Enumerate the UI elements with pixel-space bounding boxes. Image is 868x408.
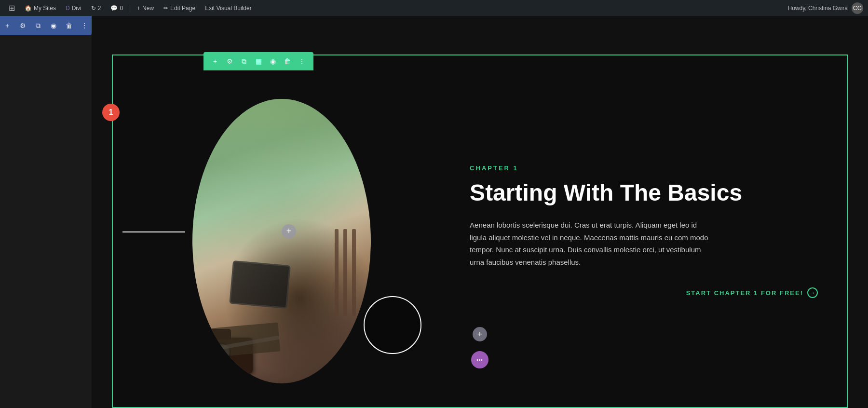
bottom-more-button[interactable]: ••• [471, 351, 488, 368]
section-toolbar: + ⚙ ⧉ ▦ ◉ 🗑 ⋮ [203, 52, 313, 70]
edit-page-menu[interactable]: ✏ Edit Page [160, 0, 199, 16]
oval-image [192, 99, 371, 383]
greenery-bg [192, 99, 371, 186]
more-icon: ⋮ [81, 22, 88, 29]
module-toolbar: + ⚙ ⧉ ◉ 🗑 ⋮ [0, 16, 92, 35]
bottom-add-button[interactable]: + [473, 327, 487, 341]
separator [130, 4, 130, 12]
power-icon: ◉ [51, 22, 56, 29]
cta-arrow-icon: → [807, 287, 818, 298]
chair-shape [335, 229, 364, 316]
plus-icon: + [137, 5, 140, 12]
my-sites-menu[interactable]: 🏠 My Sites [21, 0, 60, 16]
cta-link[interactable]: START CHAPTER 1 FOR FREE! → [470, 287, 818, 298]
chapter-title: Starting With The Basics [470, 180, 818, 206]
add-module-button[interactable]: + [1, 20, 13, 31]
clone-section-button[interactable]: ⧉ [238, 55, 250, 67]
admin-bar-right: Howdy, Christina Gwira CG [788, 2, 863, 14]
more-icon: ⋮ [298, 57, 305, 65]
column-add-button[interactable]: + [282, 224, 296, 239]
columns-icon: ▦ [256, 57, 262, 65]
trash-icon: 🗑 [284, 57, 291, 65]
book-shape [206, 322, 281, 357]
add-section-button[interactable]: + [209, 55, 221, 67]
decorative-circle [364, 296, 421, 354]
updates-menu[interactable]: ↻ 2 [87, 0, 105, 16]
clone-icon: ⧉ [242, 57, 246, 66]
power-icon: ◉ [270, 57, 276, 65]
disable-module-button[interactable]: ◉ [48, 20, 59, 31]
comments-menu[interactable]: 💬 0 [107, 0, 127, 16]
exit-builder-menu[interactable]: Exit Visual Builder [201, 0, 256, 16]
gear-icon: ⚙ [227, 57, 233, 65]
image-inner [192, 99, 371, 383]
delete-module-button[interactable]: 🗑 [63, 20, 75, 31]
chapter-body: Aenean lobortis scelerisque dui. Cras ut… [470, 219, 711, 268]
wp-icon: ⊞ [9, 3, 15, 13]
divi-icon: D [66, 5, 70, 12]
horizontal-line [122, 231, 185, 232]
home-icon: 🏠 [25, 5, 32, 12]
clone-icon: ⧉ [36, 22, 41, 30]
comment-icon: 💬 [110, 5, 118, 12]
new-menu[interactable]: + New [133, 0, 158, 16]
chapter-label: Chapter 1 [470, 164, 818, 172]
more-module-button[interactable]: ⋮ [79, 20, 90, 31]
row-number-badge: 1 [102, 104, 120, 121]
pencil-icon: ✏ [163, 5, 168, 12]
disable-section-button[interactable]: ◉ [267, 55, 279, 67]
section-container: 1 [112, 54, 848, 408]
canvas: + ⚙ ⧉ ▦ ◉ 🗑 ⋮ 1 [92, 16, 868, 408]
avatar[interactable]: CG [852, 2, 863, 14]
gear-icon: ⚙ [20, 22, 26, 29]
clone-module-button[interactable]: ⧉ [32, 20, 44, 31]
trash-icon: 🗑 [66, 22, 72, 29]
columns-section-button[interactable]: ▦ [253, 55, 264, 67]
delete-section-button[interactable]: 🗑 [282, 55, 293, 67]
wp-logo[interactable]: ⊞ [5, 0, 19, 16]
right-column: Chapter 1 Starting With The Basics Aenea… [450, 55, 847, 407]
left-column: + [113, 55, 450, 407]
settings-section-button[interactable]: ⚙ [224, 55, 235, 67]
admin-bar: ⊞ 🏠 My Sites D Divi ↻ 2 💬 0 + New ✏ Edit… [0, 0, 868, 16]
refresh-icon: ↻ [91, 5, 96, 12]
more-section-button[interactable]: ⋮ [296, 55, 308, 67]
divi-menu[interactable]: D Divi [62, 0, 85, 16]
tablet-shape [229, 260, 290, 308]
settings-module-button[interactable]: ⚙ [17, 20, 28, 31]
